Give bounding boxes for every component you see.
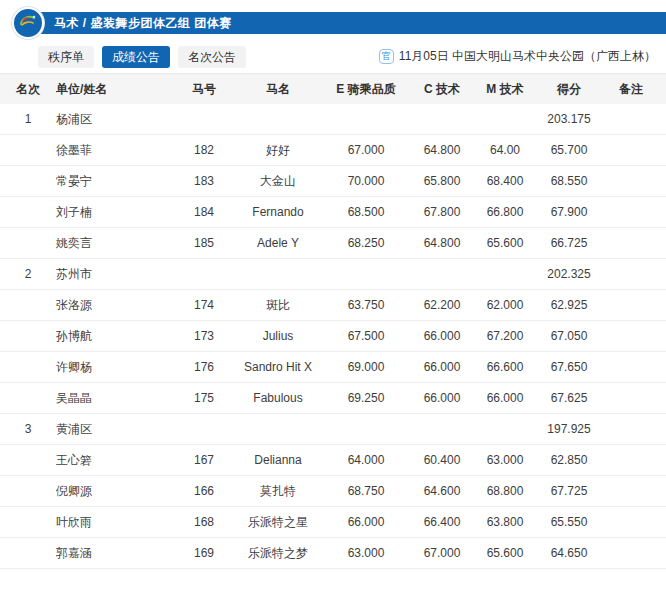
rider-row: 郭嘉涵169乐派特之梦63.00067.00065.60064.650 <box>0 538 666 569</box>
rider-row: 孙博航173Julius67.50066.00067.20067.050 <box>0 321 666 352</box>
rider-row: 刘子楠184Fernando68.50067.80066.80067.900 <box>0 197 666 228</box>
score-cell: 62.925 <box>542 298 596 312</box>
tabs: 秩序单成绩公告名次公告 <box>38 46 246 68</box>
c-score-cell: 66.000 <box>416 329 468 343</box>
horse-no-cell: 183 <box>168 174 240 188</box>
e-score-cell: 68.500 <box>316 205 416 219</box>
rider-row: 许卿杨176Sandro Hit X69.00066.00066.60067.6… <box>0 352 666 383</box>
m-score-cell: 66.000 <box>468 391 542 405</box>
horse-name-cell: 斑比 <box>240 297 316 314</box>
e-score-cell: E 骑乘品质 <box>316 81 416 98</box>
score-cell: 197.925 <box>542 422 596 436</box>
horse-no-cell: 166 <box>168 484 240 498</box>
rider-row: 王心箬167Delianna64.00060.40063.00062.850 <box>0 445 666 476</box>
score-cell: 62.850 <box>542 453 596 467</box>
score-cell: 67.725 <box>542 484 596 498</box>
score-cell: 67.650 <box>542 360 596 374</box>
unit-name-cell: 刘子楠 <box>56 204 168 221</box>
score-cell: 得分 <box>542 81 596 98</box>
horse-name-cell: 马名 <box>240 81 316 98</box>
m-score-cell: M 技术 <box>468 81 542 98</box>
horse-name-cell: 大金山 <box>240 173 316 190</box>
rider-row: 徐墨菲182好好67.00064.80064.0065.700 <box>0 135 666 166</box>
results-table: 名次单位/姓名马号马名E 骑乘品质C 技术M 技术得分备注 1杨浦区203.17… <box>0 74 666 569</box>
horse-no-cell: 马号 <box>168 81 240 98</box>
unit-name-cell: 孙博航 <box>56 328 168 345</box>
m-score-cell: 65.600 <box>468 236 542 250</box>
c-score-cell: 66.000 <box>416 391 468 405</box>
e-score-cell: 67.500 <box>316 329 416 343</box>
c-score-cell: 64.600 <box>416 484 468 498</box>
unit-name-cell: 姚奕言 <box>56 235 168 252</box>
m-score-cell: 63.000 <box>468 453 542 467</box>
table-body: 1杨浦区203.175徐墨菲182好好67.00064.80064.0065.7… <box>0 104 666 569</box>
score-cell: 65.700 <box>542 143 596 157</box>
horse-name-cell: Fernando <box>240 205 316 219</box>
banner-bar: 马术 / 盛装舞步团体乙组 团体赛 <box>24 12 666 34</box>
score-cell: 64.650 <box>542 546 596 560</box>
horse-name-cell: 乐派特之星 <box>240 514 316 531</box>
e-score-cell: 69.000 <box>316 360 416 374</box>
horse-no-cell: 174 <box>168 298 240 312</box>
c-score-cell: C 技术 <box>416 81 468 98</box>
c-score-cell: 64.800 <box>416 143 468 157</box>
unit-name-cell: 叶欣雨 <box>56 514 168 531</box>
horse-emblem-icon <box>16 9 40 37</box>
horse-name-cell: Fabulous <box>240 391 316 405</box>
score-cell: 67.050 <box>542 329 596 343</box>
unit-name-cell: 许卿杨 <box>56 359 168 376</box>
m-score-cell: 65.600 <box>468 546 542 560</box>
rank-cell: 3 <box>0 422 56 436</box>
m-score-cell: 66.800 <box>468 205 542 219</box>
horse-name-cell: Julius <box>240 329 316 343</box>
horse-no-cell: 185 <box>168 236 240 250</box>
c-score-cell: 67.800 <box>416 205 468 219</box>
tab-row: 秩序单成绩公告名次公告 官 11月05日 中国大明山马术中央公园（广西上林） <box>0 40 666 74</box>
event-logo[interactable] <box>12 7 44 39</box>
e-score-cell: 66.000 <box>316 515 416 529</box>
m-score-cell: 68.400 <box>468 174 542 188</box>
m-score-cell: 67.200 <box>468 329 542 343</box>
horse-no-cell: 176 <box>168 360 240 374</box>
e-score-cell: 70.000 <box>316 174 416 188</box>
tab-2[interactable]: 名次公告 <box>178 46 246 68</box>
tab-0[interactable]: 秩序单 <box>38 46 94 68</box>
e-score-cell: 64.000 <box>316 453 416 467</box>
c-score-cell: 67.000 <box>416 546 468 560</box>
c-score-cell: 60.400 <box>416 453 468 467</box>
horse-no-cell: 173 <box>168 329 240 343</box>
page-title: 马术 / 盛装舞步团体乙组 团体赛 <box>54 15 232 32</box>
unit-name-cell: 苏州市 <box>56 266 168 283</box>
horse-name-cell: Sandro Hit X <box>240 360 316 374</box>
c-score-cell: 62.200 <box>416 298 468 312</box>
unit-name-cell: 徐墨菲 <box>56 142 168 159</box>
horse-name-cell: Delianna <box>240 453 316 467</box>
unit-name-cell: 郭嘉涵 <box>56 545 168 562</box>
rider-row: 倪卿源166莫扎特68.75064.60068.80067.725 <box>0 476 666 507</box>
rank-cell: 1 <box>0 112 56 126</box>
m-score-cell: 64.00 <box>468 143 542 157</box>
rank-cell: 2 <box>0 267 56 281</box>
e-score-cell: 63.750 <box>316 298 416 312</box>
unit-name-cell: 张洛源 <box>56 297 168 314</box>
unit-name-cell: 王心箬 <box>56 452 168 469</box>
rank-cell: 名次 <box>0 81 56 98</box>
official-badge-icon: 官 <box>379 49 394 64</box>
e-score-cell: 63.000 <box>316 546 416 560</box>
c-score-cell: 64.800 <box>416 236 468 250</box>
m-score-cell: 63.800 <box>468 515 542 529</box>
score-cell: 202.325 <box>542 267 596 281</box>
horse-no-cell: 169 <box>168 546 240 560</box>
c-score-cell: 66.000 <box>416 360 468 374</box>
m-score-cell: 62.000 <box>468 298 542 312</box>
tab-1[interactable]: 成绩公告 <box>102 46 170 68</box>
unit-name-cell: 黄浦区 <box>56 421 168 438</box>
event-info: 官 11月05日 中国大明山马术中央公园（广西上林） <box>379 48 656 65</box>
e-score-cell: 69.250 <box>316 391 416 405</box>
rider-row: 吴晶晶175Fabulous69.25066.00066.00067.625 <box>0 383 666 414</box>
unit-name-cell: 倪卿源 <box>56 483 168 500</box>
c-score-cell: 65.800 <box>416 174 468 188</box>
unit-name-cell: 单位/姓名 <box>56 81 168 98</box>
score-cell: 68.550 <box>542 174 596 188</box>
score-cell: 67.900 <box>542 205 596 219</box>
